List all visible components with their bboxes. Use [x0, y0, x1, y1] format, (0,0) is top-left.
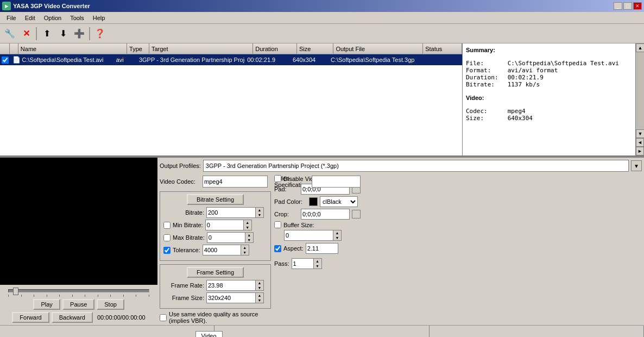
aspect-input[interactable] — [306, 243, 338, 254]
header-name[interactable]: Name — [18, 43, 127, 54]
backward-button[interactable]: Backward — [52, 312, 93, 323]
title-bar-buttons: _ □ ✕ — [614, 2, 642, 10]
buffer-checkbox[interactable] — [274, 221, 281, 228]
stop-button[interactable]: Stop — [97, 299, 124, 310]
frame-size-up[interactable]: ▲ — [256, 293, 263, 298]
row-size: 640x304 — [291, 55, 329, 64]
toolbar-settings-button[interactable]: 🔧 — [2, 26, 17, 41]
scroll-right-button[interactable]: ◄ — [636, 138, 644, 147]
spec-select[interactable] — [312, 176, 361, 188]
tolerance-down[interactable]: ▼ — [241, 250, 249, 255]
table-row[interactable]: 📄 C:\Softpedia\Softpedia Test.avi avi 3G… — [0, 54, 462, 65]
profiles-label: Output Profiles: — [160, 163, 201, 169]
row-checkbox[interactable] — [2, 57, 9, 64]
min-bitrate-spinner: ▲ ▼ — [243, 220, 252, 230]
crop-button[interactable] — [352, 210, 361, 219]
scroll-up-button[interactable]: ▲ — [636, 43, 644, 52]
menu-help[interactable]: Help — [89, 14, 110, 22]
header-type[interactable]: Type — [127, 43, 149, 54]
bitrate-down-button[interactable]: ▼ — [256, 213, 263, 217]
toolbar-remove-button[interactable]: ✕ — [18, 26, 34, 41]
bitrate-up-button[interactable]: ▲ — [256, 208, 263, 213]
seek-slider-thumb[interactable] — [13, 288, 18, 295]
tick — [98, 295, 98, 297]
summary-size-value: 640x304 — [508, 115, 533, 122]
scroll-down-button[interactable]: ▼ — [636, 129, 644, 138]
frame-rate-down[interactable]: ▼ — [256, 285, 263, 290]
menu-tools[interactable]: Tools — [66, 14, 89, 22]
min-bitrate-checkbox[interactable] — [163, 222, 171, 229]
max-bitrate-checkbox[interactable] — [163, 234, 171, 241]
buffer-input[interactable] — [284, 230, 333, 241]
close-button[interactable]: ✕ — [633, 2, 642, 10]
pass-down[interactable]: ▼ — [314, 264, 321, 269]
max-bitrate-down[interactable]: ▼ — [245, 238, 253, 242]
min-bitrate-input[interactable] — [205, 220, 243, 230]
forward-button[interactable]: Forward — [12, 312, 49, 323]
pause-button[interactable]: Pause — [62, 299, 94, 310]
header-target[interactable]: Target — [149, 43, 253, 54]
profiles-select-wrapper — [203, 160, 629, 172]
scroll-left-button[interactable]: ► — [636, 147, 644, 155]
maximize-button[interactable]: □ — [623, 2, 632, 10]
profiles-input[interactable] — [203, 160, 629, 172]
crop-input[interactable] — [301, 209, 350, 220]
row-target: 3GPP - 3rd Generation Partnership Projec… — [137, 55, 245, 64]
header-size[interactable]: Size — [297, 43, 333, 54]
frame-section-button[interactable]: Frame Setting — [187, 267, 244, 278]
header-output[interactable]: Output File — [333, 43, 423, 54]
buffer-input-group: ▲ ▼ — [284, 230, 642, 241]
tolerance-up[interactable]: ▲ — [241, 245, 249, 250]
tick — [136, 295, 136, 297]
menu-edit[interactable]: Edit — [21, 14, 40, 22]
title-bar: ▶ YASA 3GP Video Converter _ □ ✕ — [0, 0, 644, 12]
tick-marks — [8, 295, 149, 297]
pad-color-select[interactable]: clBlack — [320, 196, 358, 207]
add-icon: ➕ — [74, 28, 85, 39]
toolbar-add-button[interactable]: ➕ — [72, 26, 87, 41]
pass-input[interactable] — [292, 258, 313, 269]
frame-rate-spinner: ▲ ▼ — [255, 280, 264, 291]
minimize-button[interactable]: _ — [614, 2, 622, 10]
bitrate-section-button[interactable]: Bitrate Setting — [187, 194, 244, 205]
tolerance-row: Tolerance: ▲ ▼ — [163, 245, 267, 255]
frame-size-down[interactable]: ▼ — [256, 298, 263, 303]
scroll-track[interactable] — [636, 52, 644, 129]
toolbar-help-button[interactable]: ❓ — [92, 26, 108, 41]
menu-option[interactable]: Option — [40, 14, 66, 22]
codec-select[interactable]: mpeg4 — [203, 176, 268, 188]
disable-video-checkbox[interactable] — [274, 175, 281, 182]
tolerance-checkbox[interactable] — [163, 247, 171, 254]
tolerance-input[interactable] — [203, 245, 241, 255]
toolbar-down-button[interactable]: ⬇ — [55, 26, 71, 41]
seek-slider-track[interactable] — [8, 289, 149, 292]
profiles-dropdown-button[interactable]: ▼ — [631, 160, 642, 171]
frame-rate-input[interactable] — [206, 280, 255, 291]
menu-file[interactable]: File — [2, 14, 21, 22]
tab-video[interactable]: Video — [195, 331, 223, 337]
play-button[interactable]: Play — [33, 299, 60, 310]
summary-video-title: Video: — [466, 95, 632, 101]
buffer-up[interactable]: ▲ — [333, 230, 341, 235]
same-quality-checkbox[interactable] — [160, 314, 167, 321]
tick — [8, 295, 9, 297]
buffer-down[interactable]: ▼ — [333, 235, 341, 240]
max-bitrate-up[interactable]: ▲ — [245, 233, 253, 238]
summary-content: Summary: File: C:\Softpedia\Softpedia Te… — [463, 43, 635, 155]
summary-file-label: File: — [466, 60, 504, 67]
min-bitrate-down[interactable]: ▼ — [244, 225, 251, 230]
header-duration[interactable]: Duration — [253, 43, 297, 54]
aspect-checkbox[interactable] — [274, 245, 281, 252]
summary-bitrate-label: Bitrate: — [466, 81, 504, 88]
toolbar-up-button[interactable]: ⬆ — [39, 26, 54, 41]
max-bitrate-input[interactable] — [207, 232, 245, 243]
pass-up[interactable]: ▲ — [314, 259, 321, 264]
down-icon: ⬇ — [60, 28, 67, 39]
frame-rate-up[interactable]: ▲ — [256, 280, 263, 285]
summary-title: Summary: — [466, 47, 632, 53]
min-bitrate-up[interactable]: ▲ — [244, 220, 251, 225]
frame-size-input[interactable] — [206, 292, 255, 303]
buffer-label: Buffer Size: — [283, 222, 314, 228]
header-status[interactable]: Status — [423, 43, 462, 54]
bitrate-input[interactable] — [206, 207, 255, 218]
